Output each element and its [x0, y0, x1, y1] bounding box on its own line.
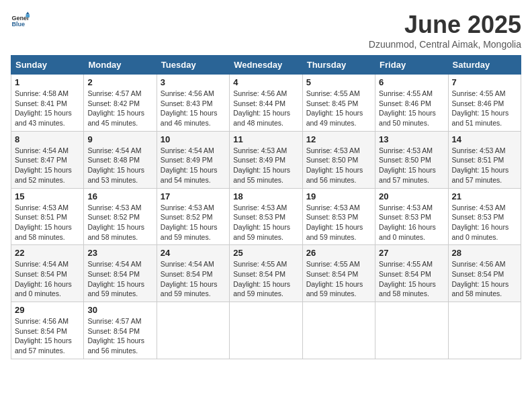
day-number: 12 [306, 134, 371, 144]
calendar-row: 1 Sunrise: 4:58 AM Sunset: 8:41 PM Dayli… [11, 75, 521, 132]
day-number: 6 [379, 77, 444, 87]
day-number: 21 [452, 191, 517, 201]
col-sunday: Sunday [11, 56, 84, 75]
table-row [375, 302, 448, 359]
table-row: 9 Sunrise: 4:54 AM Sunset: 8:48 PM Dayli… [84, 131, 157, 188]
table-row: 30 Sunrise: 4:57 AM Sunset: 8:54 PM Dayl… [84, 302, 157, 359]
table-row: 15 Sunrise: 4:53 AM Sunset: 8:51 PM Dayl… [11, 188, 84, 245]
day-number: 11 [233, 134, 298, 144]
day-number: 23 [87, 248, 152, 258]
table-row: 21 Sunrise: 4:53 AM Sunset: 8:53 PM Dayl… [448, 188, 521, 245]
day-info: Sunrise: 4:56 AM Sunset: 8:43 PM Dayligh… [161, 89, 226, 128]
day-info: Sunrise: 4:55 AM Sunset: 8:45 PM Dayligh… [306, 89, 371, 128]
table-row [448, 302, 521, 359]
table-row: 16 Sunrise: 4:53 AM Sunset: 8:52 PM Dayl… [84, 188, 157, 245]
calendar-row: 15 Sunrise: 4:53 AM Sunset: 8:51 PM Dayl… [11, 188, 521, 245]
day-number: 13 [379, 134, 444, 144]
table-row: 27 Sunrise: 4:55 AM Sunset: 8:54 PM Dayl… [375, 245, 448, 302]
table-row: 8 Sunrise: 4:54 AM Sunset: 8:47 PM Dayli… [11, 131, 84, 188]
day-info: Sunrise: 4:53 AM Sunset: 8:53 PM Dayligh… [452, 203, 517, 242]
day-number: 29 [15, 305, 80, 315]
day-info: Sunrise: 4:53 AM Sunset: 8:53 PM Dayligh… [233, 203, 298, 242]
day-number: 19 [306, 191, 371, 201]
calendar-row: 8 Sunrise: 4:54 AM Sunset: 8:47 PM Dayli… [11, 131, 521, 188]
day-number: 22 [15, 248, 80, 258]
table-row: 29 Sunrise: 4:56 AM Sunset: 8:54 PM Dayl… [11, 302, 84, 359]
day-info: Sunrise: 4:55 AM Sunset: 8:54 PM Dayligh… [233, 259, 298, 299]
day-info: Sunrise: 4:54 AM Sunset: 8:49 PM Dayligh… [161, 146, 226, 185]
page-header: General Blue June 2025 Dzuunmod, Central… [11, 11, 521, 50]
header-row: Sunday Monday Tuesday Wednesday Thursday… [11, 56, 521, 75]
table-row: 23 Sunrise: 4:54 AM Sunset: 8:54 PM Dayl… [84, 245, 157, 302]
day-info: Sunrise: 4:54 AM Sunset: 8:48 PM Dayligh… [87, 146, 152, 185]
table-row: 7 Sunrise: 4:55 AM Sunset: 8:46 PM Dayli… [448, 75, 521, 132]
table-row: 6 Sunrise: 4:55 AM Sunset: 8:46 PM Dayli… [375, 75, 448, 132]
day-number: 26 [306, 248, 371, 258]
svg-text:Blue: Blue [11, 21, 25, 28]
day-info: Sunrise: 4:53 AM Sunset: 8:53 PM Dayligh… [306, 203, 371, 242]
day-number: 25 [233, 248, 298, 258]
table-row: 26 Sunrise: 4:55 AM Sunset: 8:54 PM Dayl… [302, 245, 375, 302]
title-area: June 2025 Dzuunmod, Central Aimak, Mongo… [369, 11, 521, 50]
day-number: 14 [452, 134, 517, 144]
table-row [230, 302, 302, 359]
table-row: 25 Sunrise: 4:55 AM Sunset: 8:54 PM Dayl… [230, 245, 302, 302]
day-info: Sunrise: 4:55 AM Sunset: 8:46 PM Dayligh… [452, 89, 517, 128]
col-friday: Friday [375, 56, 448, 75]
day-info: Sunrise: 4:58 AM Sunset: 8:41 PM Dayligh… [15, 89, 80, 128]
day-number: 17 [161, 191, 226, 201]
day-info: Sunrise: 4:56 AM Sunset: 8:54 PM Dayligh… [15, 316, 80, 356]
day-info: Sunrise: 4:53 AM Sunset: 8:52 PM Dayligh… [87, 203, 152, 242]
table-row: 10 Sunrise: 4:54 AM Sunset: 8:49 PM Dayl… [157, 131, 229, 188]
day-number: 5 [306, 77, 371, 87]
calendar-body: 1 Sunrise: 4:58 AM Sunset: 8:41 PM Dayli… [11, 75, 521, 359]
table-row: 5 Sunrise: 4:55 AM Sunset: 8:45 PM Dayli… [302, 75, 375, 132]
day-info: Sunrise: 4:53 AM Sunset: 8:53 PM Dayligh… [379, 203, 444, 242]
day-info: Sunrise: 4:53 AM Sunset: 8:52 PM Dayligh… [161, 203, 226, 242]
day-info: Sunrise: 4:53 AM Sunset: 8:51 PM Dayligh… [452, 146, 517, 185]
svg-marker-2 [26, 11, 30, 14]
table-row: 18 Sunrise: 4:53 AM Sunset: 8:53 PM Dayl… [230, 188, 302, 245]
day-info: Sunrise: 4:54 AM Sunset: 8:54 PM Dayligh… [15, 259, 80, 299]
calendar-title: June 2025 [369, 11, 521, 39]
svg-marker-3 [26, 15, 30, 17]
table-row [157, 302, 229, 359]
day-number: 3 [161, 77, 226, 87]
calendar-subtitle: Dzuunmod, Central Aimak, Mongolia [369, 39, 521, 50]
day-info: Sunrise: 4:53 AM Sunset: 8:50 PM Dayligh… [379, 146, 444, 185]
table-row: 19 Sunrise: 4:53 AM Sunset: 8:53 PM Dayl… [302, 188, 375, 245]
day-number: 9 [87, 134, 152, 144]
day-number: 15 [15, 191, 80, 201]
col-monday: Monday [84, 56, 157, 75]
day-info: Sunrise: 4:53 AM Sunset: 8:50 PM Dayligh… [306, 146, 371, 185]
logo: General Blue [11, 11, 30, 30]
day-info: Sunrise: 4:56 AM Sunset: 8:44 PM Dayligh… [233, 89, 298, 128]
col-thursday: Thursday [302, 56, 375, 75]
calendar-table: Sunday Monday Tuesday Wednesday Thursday… [11, 55, 521, 359]
day-number: 30 [87, 305, 152, 315]
day-number: 16 [87, 191, 152, 201]
table-row: 17 Sunrise: 4:53 AM Sunset: 8:52 PM Dayl… [157, 188, 229, 245]
day-info: Sunrise: 4:53 AM Sunset: 8:49 PM Dayligh… [233, 146, 298, 185]
table-row: 14 Sunrise: 4:53 AM Sunset: 8:51 PM Dayl… [448, 131, 521, 188]
day-number: 10 [161, 134, 226, 144]
day-number: 28 [452, 248, 517, 258]
day-info: Sunrise: 4:54 AM Sunset: 8:54 PM Dayligh… [161, 259, 226, 299]
day-number: 27 [379, 248, 444, 258]
table-row: 28 Sunrise: 4:56 AM Sunset: 8:54 PM Dayl… [448, 245, 521, 302]
day-number: 8 [15, 134, 80, 144]
table-row: 1 Sunrise: 4:58 AM Sunset: 8:41 PM Dayli… [11, 75, 84, 132]
col-wednesday: Wednesday [230, 56, 302, 75]
table-row: 24 Sunrise: 4:54 AM Sunset: 8:54 PM Dayl… [157, 245, 229, 302]
table-row [302, 302, 375, 359]
day-number: 18 [233, 191, 298, 201]
day-info: Sunrise: 4:55 AM Sunset: 8:54 PM Dayligh… [379, 259, 444, 299]
day-info: Sunrise: 4:55 AM Sunset: 8:46 PM Dayligh… [379, 89, 444, 128]
day-info: Sunrise: 4:56 AM Sunset: 8:54 PM Dayligh… [452, 259, 517, 299]
table-row: 12 Sunrise: 4:53 AM Sunset: 8:50 PM Dayl… [302, 131, 375, 188]
table-row: 13 Sunrise: 4:53 AM Sunset: 8:50 PM Dayl… [375, 131, 448, 188]
day-info: Sunrise: 4:53 AM Sunset: 8:51 PM Dayligh… [15, 203, 80, 242]
day-info: Sunrise: 4:57 AM Sunset: 8:54 PM Dayligh… [87, 316, 152, 356]
col-tuesday: Tuesday [157, 56, 229, 75]
day-number: 1 [15, 77, 80, 87]
